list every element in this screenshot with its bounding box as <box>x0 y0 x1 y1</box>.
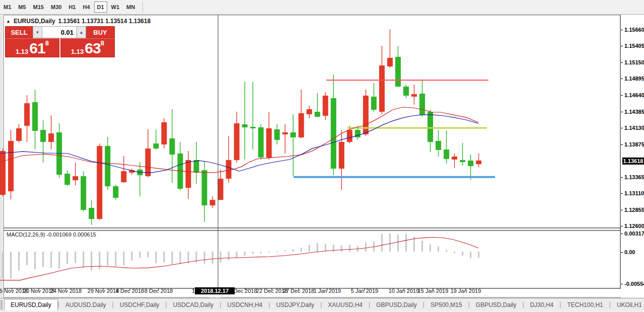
plot-area <box>4 15 621 297</box>
lot-decrease-button[interactable]: ▼ <box>33 26 42 38</box>
macd-tick <box>621 233 623 234</box>
date-axis-label: 8 Dec 2018 <box>145 288 173 294</box>
candle-body <box>411 94 417 97</box>
chart-tab-UKOil-H1[interactable]: UKOil,H1 <box>611 299 644 310</box>
candle-body <box>185 160 191 188</box>
candle-body <box>258 127 264 158</box>
price-axis-label: 1.12855 <box>624 207 644 213</box>
macd-tick <box>621 284 623 284</box>
candle-body <box>242 124 248 127</box>
chart-tab-AUDUSD-Daily[interactable]: AUDUSD,Daily <box>59 299 112 310</box>
timeframe-button-MN[interactable]: MN <box>123 2 138 13</box>
price-tick <box>621 193 623 194</box>
candle-body <box>460 160 465 162</box>
candle-body <box>226 160 232 179</box>
candle-body <box>105 146 110 186</box>
toolbar-separator <box>142 2 143 13</box>
candle-body <box>113 186 118 198</box>
chart-tab-bar: EURUSD,Daily|AUDUSD,Daily|USDCHF,Daily|U… <box>0 298 644 310</box>
lot-size-input[interactable]: 0.01 <box>42 26 77 38</box>
candle-body <box>97 146 102 219</box>
buy-button[interactable]: BUY <box>86 26 115 38</box>
candle-body <box>331 98 336 169</box>
candle-body <box>339 142 344 169</box>
timeframe-button-M5[interactable]: M5 <box>15 2 29 13</box>
ask-price-quote[interactable]: 1.13638 <box>60 38 115 57</box>
candle-body <box>395 57 401 87</box>
chart-tab-SP500-M15[interactable]: SP500,M15 <box>424 299 468 310</box>
timeframe-toolbar: M1M5M15M30H1H4D1W1MN <box>0 0 644 15</box>
candle-body <box>73 176 78 180</box>
date-axis-label: Dec 2018 <box>233 288 257 294</box>
chart-symbol-title: ▲ EURUSD,Daily 1.13561 1.13731 1.13514 1… <box>6 18 151 25</box>
chart-tab-USDCHF-Daily[interactable]: USDCHF,Daily <box>114 299 166 310</box>
candle-body <box>8 141 14 191</box>
ask-prefix: 1.13 <box>71 48 84 55</box>
current-price-tag: 1.13618 <box>622 158 644 165</box>
timeframe-button-M1[interactable]: M1 <box>1 2 14 13</box>
chart-tab-GBPUSD-Daily[interactable]: GBPUSD,Daily <box>370 299 423 310</box>
chart-tab-USDCNH-H4[interactable]: USDCNH,H4 <box>221 299 268 310</box>
chart-tab-DJ30-H4[interactable]: DJ30,H4 <box>524 299 560 310</box>
price-tick <box>621 95 623 96</box>
timeframe-button-H4[interactable]: H4 <box>80 2 93 13</box>
candle-body <box>315 112 320 117</box>
candle-body <box>218 179 224 200</box>
chart-tab-USDCAD-Daily[interactable]: USDCAD,Daily <box>167 299 220 310</box>
tabbar-grip <box>1 300 3 310</box>
candle-body <box>274 129 280 140</box>
price-tick <box>621 128 623 128</box>
candle-body <box>323 96 328 116</box>
candle-body <box>387 58 393 66</box>
candle-body <box>145 148 151 176</box>
candle-body <box>403 87 409 96</box>
chart-tab-USDJPY-Daily[interactable]: USDJPY,Daily <box>270 299 320 310</box>
candle-body <box>210 200 216 205</box>
sell-button[interactable]: SELL <box>5 26 33 38</box>
price-axis[interactable]: 1.156601.154051.151501.148951.146401.143… <box>621 15 644 297</box>
candle-body <box>444 149 449 159</box>
candle-body <box>153 143 159 148</box>
candle-body <box>89 208 94 219</box>
macd-indicator-label: MACD(12,26,9) -0.001069 0.000615 <box>7 231 96 238</box>
ohlc-values: 1.13561 1.13731 1.13514 1.13618 <box>58 18 151 25</box>
symbol-name: EURUSD,Daily <box>14 18 55 25</box>
date-axis-label: 4 Dec 2018 <box>116 288 144 294</box>
chart-tab-EURUSD-Daily[interactable]: EURUSD,Daily <box>4 299 58 310</box>
bid-prefix: 1.13 <box>16 48 28 55</box>
timeframe-button-D1[interactable]: D1 <box>94 2 107 13</box>
candle-body <box>16 128 22 141</box>
bid-price-quote[interactable]: 1.13618 <box>5 38 59 57</box>
candle-body <box>0 151 6 195</box>
lot-increase-button[interactable]: ▲ <box>77 26 86 38</box>
candle-body <box>40 130 46 142</box>
one-click-trade-panel: SELL ▼ 0.01 ▲ BUY 1.13618 1.13638 <box>5 26 115 57</box>
timeframe-button-M15[interactable]: M15 <box>30 2 47 13</box>
candle-body <box>161 122 167 144</box>
price-tick <box>621 79 623 79</box>
collapse-triangle-icon[interactable]: ▲ <box>6 19 11 24</box>
candle-body <box>452 157 457 160</box>
chart-tab-TECH100-H1[interactable]: TECH100,H1 <box>561 299 609 310</box>
date-axis-label: 27 Dec 2018 <box>283 288 314 294</box>
price-tick <box>621 210 623 210</box>
price-axis-label: 1.15660 <box>624 27 644 33</box>
chart-tab-GBPUSD-Daily[interactable]: GBPUSD,Daily <box>470 299 523 310</box>
price-axis-label: 1.13875 <box>624 141 644 147</box>
candle-body <box>419 94 425 115</box>
price-axis-label: 1.13110 <box>624 190 644 196</box>
candle-body <box>266 128 272 158</box>
price-tick <box>621 144 623 145</box>
price-axis-label: 1.13365 <box>624 174 644 180</box>
timeframe-button-H1[interactable]: H1 <box>65 2 79 13</box>
candle-body <box>193 160 199 173</box>
price-tick <box>621 62 623 63</box>
price-axis-label: 1.15405 <box>624 43 644 49</box>
candle-body <box>299 113 304 137</box>
candle-body <box>282 132 288 134</box>
chart-tab-XAUUSD-H4[interactable]: XAUUSD,H4 <box>322 299 369 310</box>
timeframe-button-W1[interactable]: W1 <box>108 2 123 13</box>
timeframe-button-M30[interactable]: M30 <box>48 2 64 13</box>
price-axis-label: 1.14385 <box>624 109 644 115</box>
bid-superscript: 8 <box>45 40 49 46</box>
